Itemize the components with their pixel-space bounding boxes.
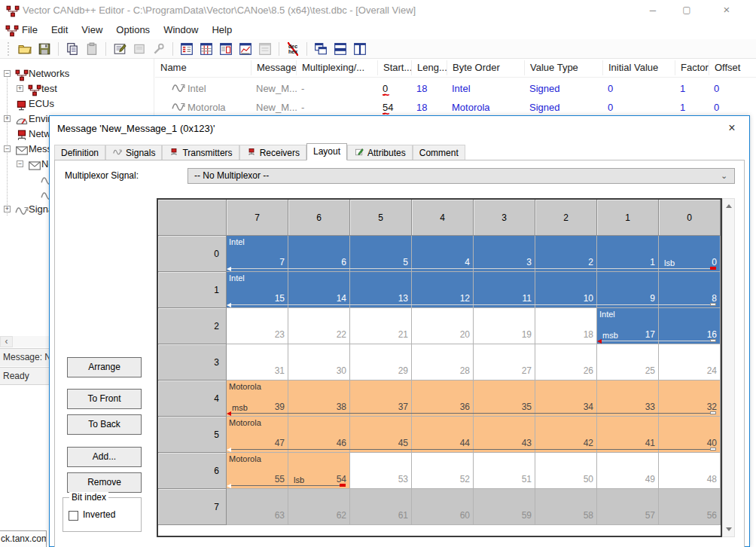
scroll-left-arrow-icon[interactable]: ‹ bbox=[0, 336, 13, 347]
grid-bit-cell-57[interactable]: 57 bbox=[597, 489, 659, 525]
sidebar-item-ecus[interactable]: ECUs bbox=[0, 96, 154, 112]
column-header-multiplexing[interactable]: Multiplexing/... bbox=[296, 60, 377, 75]
tree-horizontal-scrollbar[interactable]: ‹ bbox=[0, 336, 49, 347]
grid-bit-cell-56[interactable]: 56 bbox=[659, 489, 721, 525]
grid-bit-cell-49[interactable]: 49 bbox=[597, 453, 659, 489]
tab-transmitters[interactable]: Transmitters bbox=[162, 145, 239, 160]
grid-bit-cell-52[interactable]: 52 bbox=[412, 453, 474, 489]
tab-definition[interactable]: Definition bbox=[54, 145, 105, 160]
tab-receivers[interactable]: Receivers bbox=[239, 145, 306, 160]
grid-bit-cell-19[interactable]: 19 bbox=[474, 308, 535, 344]
signal-row-intel-name[interactable]: Intel bbox=[160, 79, 256, 98]
collapse-icon[interactable]: − bbox=[4, 70, 11, 77]
grid-bit-cell-6[interactable]: 6 bbox=[288, 236, 350, 272]
toolbar-cascade-windows-button[interactable] bbox=[312, 41, 329, 57]
grid-bit-cell-9[interactable]: 9 bbox=[597, 272, 659, 308]
grid-bit-cell-4[interactable]: 4 bbox=[412, 236, 474, 272]
grid-bit-cell-11[interactable]: 11 bbox=[474, 272, 535, 308]
grid-bit-cell-34[interactable]: 34 bbox=[535, 380, 597, 417]
grid-bit-cell-24[interactable]: 24 bbox=[659, 344, 721, 380]
grid-bit-cell-7[interactable]: 7Intel bbox=[227, 236, 288, 272]
grid-bit-cell-39[interactable]: 39Motorolamsb bbox=[227, 380, 288, 417]
grid-vertical-scrollbar[interactable] bbox=[722, 198, 735, 537]
grid-bit-cell-15[interactable]: 15Intel bbox=[227, 272, 288, 308]
grid-bit-cell-2[interactable]: 2 bbox=[535, 236, 597, 272]
grid-bit-cell-48[interactable]: 48 bbox=[659, 453, 721, 489]
column-header-byte_order[interactable]: Byte Order bbox=[447, 60, 524, 75]
grid-bit-cell-12[interactable]: 12 bbox=[412, 272, 474, 308]
grid-bit-cell-33[interactable]: 33 bbox=[597, 380, 659, 417]
column-header-factor[interactable]: Factor bbox=[675, 60, 709, 75]
grid-bit-cell-26[interactable]: 26 bbox=[535, 344, 597, 380]
grid-bit-cell-30[interactable]: 30 bbox=[288, 344, 350, 380]
menu-edit[interactable]: Edit bbox=[44, 21, 75, 39]
inverted-checkbox[interactable] bbox=[69, 511, 78, 521]
grid-bit-cell-36[interactable]: 36 bbox=[412, 380, 474, 417]
grid-bit-cell-53[interactable]: 53 bbox=[350, 453, 412, 489]
tab-attributes[interactable]: Attributes bbox=[347, 145, 413, 160]
grid-bit-cell-25[interactable]: 25 bbox=[597, 344, 659, 380]
toolbar-dec-hex[interactable]: dechex bbox=[285, 41, 301, 57]
grid-bit-cell-35[interactable]: 35 bbox=[474, 380, 535, 417]
toolbar-view-chart-button[interactable] bbox=[237, 41, 254, 57]
menu-help[interactable]: Help bbox=[205, 21, 239, 39]
column-header-name[interactable]: Name bbox=[155, 60, 251, 75]
grid-bit-cell-62[interactable]: 62 bbox=[288, 489, 350, 525]
grid-bit-cell-37[interactable]: 37 bbox=[350, 380, 412, 417]
grid-bit-cell-59[interactable]: 59 bbox=[474, 489, 535, 525]
to-back-button[interactable]: To Back bbox=[67, 414, 142, 435]
toolbar-paste-button[interactable] bbox=[84, 41, 100, 57]
grid-bit-cell-43[interactable]: 43 bbox=[474, 417, 535, 453]
menu-window[interactable]: Window bbox=[157, 21, 205, 39]
grid-bit-cell-31[interactable]: 31 bbox=[227, 344, 288, 380]
multiplexor-select[interactable]: -- No Multiplexor -- ⌄ bbox=[187, 168, 735, 184]
grid-bit-cell-22[interactable]: 22 bbox=[288, 308, 350, 344]
grid-bit-cell-5[interactable]: 5 bbox=[350, 236, 412, 272]
tab-signals[interactable]: Signals bbox=[105, 145, 162, 160]
grid-bit-cell-1[interactable]: 1 bbox=[597, 236, 659, 272]
grid-bit-cell-46[interactable]: 46 bbox=[288, 417, 350, 453]
toolbar-save-button[interactable] bbox=[36, 41, 53, 57]
grid-bit-cell-21[interactable]: 21 bbox=[350, 308, 412, 344]
column-header-initial_value[interactable]: Initial Value bbox=[602, 60, 675, 75]
grid-bit-cell-28[interactable]: 28 bbox=[412, 344, 474, 380]
grid-bit-cell-45[interactable]: 45 bbox=[350, 417, 412, 453]
tab-layout[interactable]: Layout bbox=[306, 143, 347, 160]
dialog-close-button[interactable]: × bbox=[722, 119, 742, 137]
expand-icon[interactable]: + bbox=[4, 206, 11, 212]
toolbar-view-tree-button[interactable] bbox=[178, 41, 195, 57]
add-button[interactable]: Add... bbox=[67, 447, 142, 467]
grid-bit-cell-50[interactable]: 50 bbox=[535, 453, 597, 489]
grid-bit-cell-14[interactable]: 14 bbox=[288, 272, 350, 308]
grid-bit-cell-63[interactable]: 63 bbox=[227, 489, 288, 525]
grid-bit-cell-29[interactable]: 29 bbox=[350, 344, 412, 380]
collapse-icon[interactable]: − bbox=[17, 160, 23, 167]
toolbar-form-disabled-button[interactable] bbox=[131, 41, 148, 57]
collapse-icon[interactable]: − bbox=[4, 145, 11, 152]
toolbar-copy-button[interactable] bbox=[64, 41, 81, 57]
menu-view[interactable]: View bbox=[75, 21, 109, 39]
toolbar-view-disabled-button[interactable] bbox=[257, 41, 273, 57]
column-header-message[interactable]: Message bbox=[251, 60, 296, 75]
arrange-button[interactable]: Arrange bbox=[67, 357, 142, 377]
column-header-offset[interactable]: Offset bbox=[709, 60, 751, 75]
sidebar-item-test[interactable]: +test bbox=[0, 81, 154, 96]
toolbar-view-table-button[interactable] bbox=[198, 41, 215, 57]
grid-bit-cell-13[interactable]: 13 bbox=[350, 272, 412, 308]
menu-file[interactable]: File bbox=[15, 21, 44, 39]
grid-bit-cell-27[interactable]: 27 bbox=[474, 344, 535, 380]
menu-options[interactable]: Options bbox=[109, 21, 157, 39]
toolbar-view-form-button[interactable] bbox=[218, 41, 234, 57]
grid-bit-cell-58[interactable]: 58 bbox=[535, 489, 597, 525]
grid-bit-cell-20[interactable]: 20 bbox=[412, 308, 474, 344]
grid-bit-cell-17[interactable]: 17Intelmsb bbox=[597, 308, 659, 344]
expand-icon[interactable]: + bbox=[4, 115, 11, 122]
to-front-button[interactable]: To Front bbox=[67, 389, 142, 409]
column-header-length[interactable]: Leng... bbox=[411, 60, 447, 75]
grid-bit-cell-44[interactable]: 44 bbox=[412, 417, 474, 453]
maximize-button[interactable]: ▢ bbox=[674, 0, 700, 21]
column-header-start[interactable]: Start... bbox=[377, 60, 411, 75]
grid-bit-cell-55[interactable]: 55Motorola bbox=[227, 453, 288, 489]
toolbar-wrench-disabled-button[interactable] bbox=[151, 41, 167, 57]
grid-bit-cell-18[interactable]: 18 bbox=[535, 308, 597, 344]
